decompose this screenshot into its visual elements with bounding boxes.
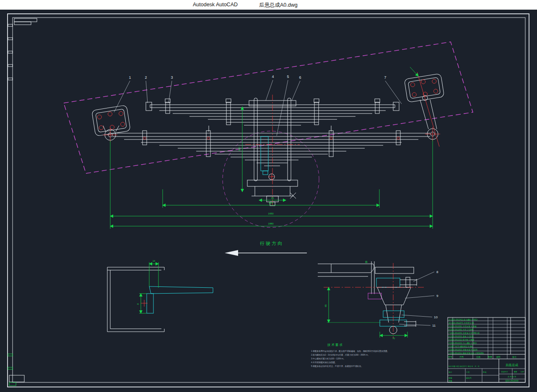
window-titlebar[interactable]: Autodesk AutoCAD 后悬总成A0.dwg <box>0 0 537 10</box>
sig-approve: 批准 <box>483 371 487 373</box>
notes-line-2: 2.骑马螺栓应分2～3次对角均匀拧紧，拧紧力矩为300～350N·m。 <box>311 353 370 356</box>
weight-label: 重量 <box>514 371 517 373</box>
view-label-b: B <box>365 260 367 264</box>
bom-row: 2 QD3-2912021 弹簧夹箍 4 Q235 <box>449 348 477 351</box>
bom-row: 8 QD3-2912051 吊耳 2 Q345 <box>449 328 474 331</box>
balloon-6: 6 <box>299 75 301 80</box>
balloon-3: 3 <box>171 75 173 80</box>
sig-audit: 审核 <box>449 380 452 382</box>
balloon-11: 11 <box>432 324 436 328</box>
sig-process: 工艺 <box>466 371 470 373</box>
notes-line-4: 4.吊耳销装配时加注润滑脂。 <box>311 361 337 364</box>
balloon-10: 10 <box>434 315 438 319</box>
dim-middle: 1650 <box>268 212 274 215</box>
bom-header-name: 名称 <box>476 356 480 358</box>
bom-header-seq: 序号 <box>448 356 452 358</box>
balloon-7: 7 <box>384 75 386 80</box>
bom-row: 3 GB/T 6170 螺母M12 8 8级 <box>449 345 473 348</box>
dim-center-height: 180 <box>238 147 241 151</box>
titleblock-title: 后悬总成 <box>506 363 519 367</box>
balloon-5: 5 <box>287 75 289 79</box>
notes-line-5: 5.装配后各运动件应灵活，不得卡滞，各紧固件不得松动。 <box>311 365 363 368</box>
notes-line-3: 3.中心螺栓拧紧力矩为100～120N·m。 <box>311 357 345 360</box>
balloon-1: 1 <box>129 75 131 80</box>
bom-row: 11 QD3-2912411 骑马螺栓 4 40Cr <box>449 318 478 321</box>
dim-outer: 1880 <box>268 222 274 225</box>
sheet-label: 共 张 第 张 <box>508 376 516 378</box>
dim-center-width: 90 <box>271 197 274 199</box>
bom-row: 5 QD3-2912111 缓冲垫 1 橡胶 <box>449 338 475 341</box>
dim-right-height: 65 <box>324 304 327 307</box>
autocad-window: Autodesk AutoCAD 后悬总成A0.dwg <box>0 0 537 392</box>
stage-label: 阶段标记 <box>501 371 508 373</box>
drawing-number: QD3-2912000 <box>505 379 519 382</box>
scale-label: 比例 <box>521 371 524 373</box>
drawing-canvas[interactable]: 1 2 3 4 5 6 7 <box>0 0 537 392</box>
notes-title: 技术要求 <box>327 343 343 347</box>
document-title: 后悬总成A0.dwg <box>259 2 298 9</box>
sig-check: 校核 <box>449 377 452 379</box>
dim-right-width: 70 <box>392 337 395 340</box>
rev-header: 标记 处数 分区 更改文件号 签名 年、月、日 <box>448 365 480 367</box>
balloon-2: 2 <box>145 75 147 80</box>
balloon-9: 9 <box>436 294 438 298</box>
model-space-background[interactable] <box>0 10 537 392</box>
notes-line-1: 1.装配前各零件必须清洗干净，配合面不得有磕碰、划伤，钢板弹簧片间涂石墨润滑脂。 <box>311 350 389 353</box>
balloon-4: 4 <box>272 75 274 79</box>
balloon-8: 8 <box>436 270 438 274</box>
direction-label: 行驶方向 <box>260 241 283 246</box>
bom-header-qty: 数量 <box>488 356 492 358</box>
bom-header-code: 代号 <box>459 356 464 358</box>
bom-header-material: 材料 <box>496 356 501 358</box>
sig-design: 设计 <box>449 371 452 373</box>
dim-left-top: 14 <box>153 260 155 262</box>
bom-row: 1 QD3-2912011 钢板弹簧总成 1 60Si2Mn <box>449 352 484 355</box>
bom-row: 9 QD3-2912061 吊耳衬套 4 青铜 <box>449 325 477 328</box>
dim-inner: 900 <box>269 201 273 204</box>
dim-left-side: 8 <box>137 303 139 304</box>
app-title: Autodesk AutoCAD <box>193 2 238 8</box>
bom-row: 4 QD3-2912101 中心螺栓 1 40Cr <box>449 342 477 345</box>
bom-row: 10 QD3-2912071 吊耳销 2 45 <box>449 322 474 324</box>
bom-header-remark: 备注 <box>512 356 516 358</box>
